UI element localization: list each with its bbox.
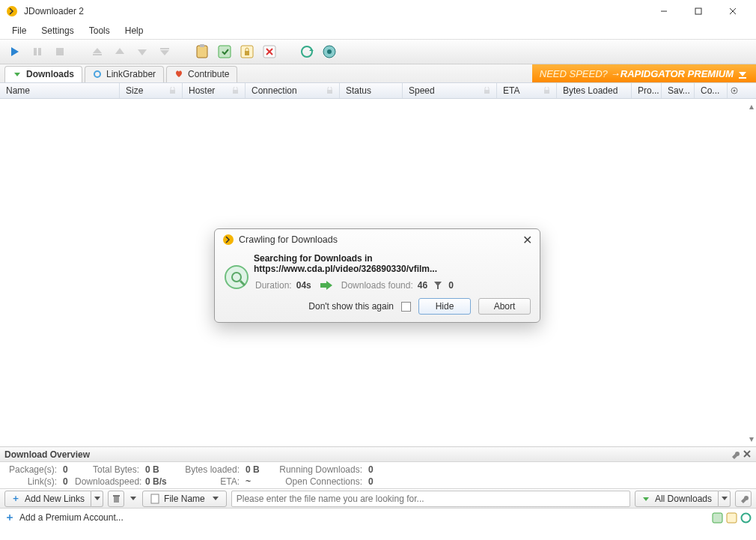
dialog-close-button[interactable]: ✕ [522,233,532,247]
overview-header: Download Overview [0,447,756,462]
menu-file[interactable]: File [4,24,34,37]
tab-linkgrabber-label: LinkGrabber [106,69,156,79]
lock-icon [484,87,490,94]
svg-marker-29 [739,72,746,76]
chevron-down-icon [213,497,219,500]
move-bottom-button[interactable] [154,41,175,62]
move-up-button[interactable] [109,41,130,62]
svg-rect-32 [233,90,238,94]
col-pro[interactable]: Pro... [632,83,662,98]
svg-marker-9 [93,48,102,53]
col-connection[interactable]: Connection [246,83,340,98]
tab-contribute-label: Contribute [188,69,229,79]
duration-label: Duration: [255,280,292,291]
svg-marker-12 [138,49,147,55]
update-button[interactable] [319,41,340,62]
col-status[interactable]: Status [340,83,403,98]
wrench-icon[interactable] [730,449,740,459]
col-co[interactable]: Co... [695,83,728,98]
menu-tools[interactable]: Tools [82,24,118,37]
chevron-down-icon [94,497,100,500]
ov-packages-label: Package(s): [7,464,60,475]
svg-marker-27 [14,73,20,76]
trash-button[interactable] [108,491,124,507]
menu-help[interactable]: Help [118,24,151,37]
container-button[interactable] [214,41,235,62]
tab-downloads[interactable]: Downloads [4,66,82,82]
filename-filter[interactable]: File Name [142,491,227,507]
promo-banner[interactable]: NEED SPEED? →RAPIDGATOR PREMIUM [532,64,756,82]
col-speed[interactable]: Speed [403,83,497,98]
play-button[interactable] [4,41,25,62]
trash-icon [112,494,121,503]
ov-links-value: 0 [60,476,75,487]
col-size[interactable]: Size [120,83,183,98]
svg-point-26 [327,49,332,54]
link-icon [93,70,102,79]
svg-rect-41 [113,495,120,497]
move-down-button[interactable] [132,41,153,62]
move-top-button[interactable] [87,41,108,62]
close-panel-icon[interactable] [743,449,752,458]
col-name[interactable]: Name [0,83,120,98]
tab-contribute[interactable]: Contribute [166,66,237,82]
ov-openconn-label: Open Connections: [268,476,365,487]
status-icon-3[interactable] [740,512,752,524]
col-hoster[interactable]: Hoster [183,83,246,98]
hide-button[interactable]: Hide [418,298,471,315]
stop-button[interactable] [49,41,70,62]
ov-eta-value: ~ [243,476,268,487]
promo-rest: →RAPIDGATOR PREMIUM [611,68,734,79]
col-bytes[interactable]: Bytes Loaded [557,83,632,98]
window-minimize-button[interactable] [647,0,681,22]
chevron-down-icon [722,497,728,500]
filtered-value: 0 [448,280,454,291]
svg-rect-16 [200,44,204,47]
svg-marker-51 [320,281,332,290]
reconnect-button[interactable] [296,41,317,62]
svg-rect-13 [160,48,169,49]
window-maximize-button[interactable] [681,0,716,22]
svg-point-28 [94,71,100,77]
scroll-up-icon[interactable]: ▴ [749,101,754,112]
wrench-icon [739,494,749,503]
svg-marker-5 [11,47,19,56]
add-bar: ＋ Add New Links File Name All Downloads [0,489,756,509]
add-links-dropdown[interactable] [91,491,103,507]
settings-button[interactable] [735,491,752,507]
status-icon-1[interactable] [712,512,723,524]
filename-label: File Name [164,494,205,504]
svg-rect-7 [38,48,41,55]
scroll-down-icon[interactable]: ▾ [749,434,754,444]
col-sav[interactable]: Sav... [662,83,695,98]
delete-button[interactable] [259,41,280,62]
lock-button[interactable] [237,41,257,62]
search-input[interactable] [231,491,630,507]
add-premium-link[interactable]: Add a Premium Account... [19,512,124,523]
dontshow-checkbox[interactable] [401,302,411,312]
column-settings-button[interactable] [728,86,741,95]
ov-links-label: Link(s): [7,476,60,487]
promo-lead: NEED SPEED? [540,68,608,79]
add-links-button[interactable]: ＋ Add New Links [4,491,103,507]
svg-rect-35 [544,90,549,94]
svg-marker-11 [115,48,124,54]
ov-dlspeed-value: 0 B/s [142,476,168,487]
all-downloads-dropdown[interactable] [719,491,731,507]
clipboard-button[interactable] [192,41,213,62]
lock-icon [232,87,239,94]
all-downloads-button[interactable]: All Downloads [635,491,731,507]
trash-dropdown[interactable] [129,497,138,500]
menu-settings[interactable]: Settings [34,24,81,37]
tab-downloads-label: Downloads [26,69,74,79]
overview-title: Download Overview [4,449,90,460]
abort-button[interactable]: Abort [478,298,531,315]
status-icon-2[interactable] [726,512,737,524]
ov-totalbytes-value: 0 B [142,464,168,475]
svg-rect-10 [93,54,102,55]
window-close-button[interactable] [716,0,750,22]
main-toolbar [0,39,756,64]
col-eta[interactable]: ETA [497,83,557,98]
tab-linkgrabber[interactable]: LinkGrabber [85,66,164,82]
pause-button[interactable] [27,41,48,62]
